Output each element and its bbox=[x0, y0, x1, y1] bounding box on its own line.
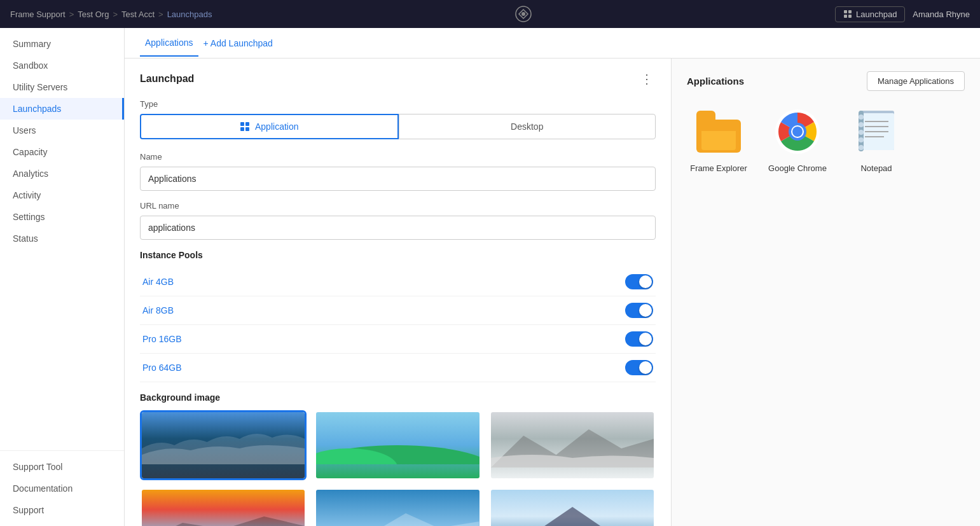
breadcrumb-test-acct[interactable]: Test Acct bbox=[121, 10, 155, 19]
svg-point-1 bbox=[521, 12, 525, 16]
pool-pro64gb-link[interactable]: Pro 64GB bbox=[142, 363, 181, 373]
launchpad-btn-label: Launchpad bbox=[856, 10, 897, 19]
type-selector: Application Desktop bbox=[140, 114, 656, 139]
name-input[interactable] bbox=[140, 167, 656, 191]
top-nav-right: Launchpad Amanda Rhyne bbox=[835, 6, 970, 22]
breadcrumb-frame-support[interactable]: Frame Support bbox=[10, 10, 66, 19]
app-notepad[interactable]: Notepad bbox=[845, 106, 908, 173]
sidebar-bottom: Support Tool Documentation Support bbox=[0, 450, 124, 521]
pool-row-air4gb: Air 4GB bbox=[140, 268, 656, 296]
svg-point-29 bbox=[859, 137, 864, 142]
svg-point-27 bbox=[859, 122, 864, 127]
add-launchpad-button[interactable]: + Add Launchpad bbox=[204, 38, 273, 48]
bg-image-2[interactable] bbox=[314, 410, 481, 480]
background-image-section: Background image bbox=[140, 392, 656, 526]
sidebar-item-settings[interactable]: Settings bbox=[0, 206, 124, 228]
top-nav-center bbox=[514, 5, 532, 23]
sidebar-item-analytics[interactable]: Analytics bbox=[0, 163, 124, 184]
sidebar-item-activity[interactable]: Activity bbox=[0, 184, 124, 206]
bg-image-1[interactable] bbox=[140, 410, 307, 480]
bg-image-6[interactable] bbox=[489, 488, 656, 526]
tab-applications[interactable]: Applications bbox=[140, 30, 198, 57]
right-panel: Applications Manage Applications bbox=[672, 59, 980, 526]
user-label: Amanda Rhyne bbox=[913, 10, 970, 19]
pool-pro16gb-toggle[interactable] bbox=[625, 331, 653, 347]
toggle-knob bbox=[639, 361, 652, 374]
instance-pools-title: Instance Pools bbox=[140, 250, 656, 260]
pool-air8gb-toggle[interactable] bbox=[625, 303, 653, 318]
chrome-icon bbox=[775, 109, 820, 154]
svg-rect-7 bbox=[245, 122, 249, 126]
sidebar-item-support[interactable]: Support bbox=[0, 499, 124, 521]
notepad-icon-wrap bbox=[851, 106, 902, 157]
pool-pro16gb-link[interactable]: Pro 16GB bbox=[142, 334, 181, 344]
apps-title: Applications bbox=[687, 76, 744, 87]
manage-applications-button[interactable]: Manage Applications bbox=[867, 71, 965, 91]
svg-point-30 bbox=[859, 145, 864, 150]
svg-point-28 bbox=[859, 130, 864, 135]
sidebar-item-utility-servers[interactable]: Utility Servers bbox=[0, 76, 124, 98]
right-panel-inner: Applications Manage Applications bbox=[672, 59, 980, 186]
launchpad-icon bbox=[843, 10, 852, 18]
left-panel-inner: Launchpad ⋮ Type bbox=[125, 59, 671, 526]
launchpad-title: Launchpad bbox=[140, 73, 194, 85]
panels: Launchpad ⋮ Type bbox=[125, 59, 980, 526]
bg-image-4[interactable] bbox=[140, 488, 307, 526]
apps-grid: Frame Explorer bbox=[687, 106, 965, 173]
tabs-bar: Applications + Add Launchpad bbox=[125, 28, 980, 59]
sidebar-item-documentation[interactable]: Documentation bbox=[0, 478, 124, 499]
svg-rect-21 bbox=[865, 121, 888, 122]
sidebar-item-capacity[interactable]: Capacity bbox=[0, 141, 124, 163]
sidebar-item-support-tool[interactable]: Support Tool bbox=[0, 456, 124, 478]
sidebar-item-summary[interactable]: Summary bbox=[0, 33, 124, 55]
pool-pro64gb-toggle[interactable] bbox=[625, 360, 653, 375]
url-name-label: URL name bbox=[140, 201, 656, 211]
svg-rect-8 bbox=[240, 127, 244, 131]
toggle-knob bbox=[639, 333, 652, 345]
pool-row-air8gb: Air 8GB bbox=[140, 296, 656, 325]
name-label: Name bbox=[140, 152, 656, 162]
sidebar-item-status[interactable]: Status bbox=[0, 228, 124, 249]
svg-rect-24 bbox=[865, 136, 884, 137]
pool-row-pro64gb: Pro 64GB bbox=[140, 354, 656, 382]
app-frame-explorer[interactable]: Frame Explorer bbox=[687, 106, 750, 173]
bg-images-grid bbox=[140, 410, 656, 526]
notepad-label: Notepad bbox=[860, 163, 892, 173]
misty-mountain-3 bbox=[491, 423, 654, 467]
chrome-icon-wrap bbox=[772, 106, 823, 157]
pool-air4gb-link[interactable]: Air 4GB bbox=[142, 277, 174, 287]
svg-rect-6 bbox=[240, 122, 244, 126]
type-field: Type Application bbox=[140, 99, 656, 139]
folder-icon bbox=[696, 111, 741, 153]
svg-rect-3 bbox=[848, 10, 852, 13]
folder-body-highlight bbox=[701, 131, 736, 150]
type-application-button[interactable]: Application bbox=[140, 114, 399, 139]
breadcrumb-test-org[interactable]: Test Org bbox=[78, 10, 109, 19]
svg-rect-23 bbox=[865, 131, 888, 132]
bg-image-3[interactable] bbox=[489, 410, 656, 480]
breadcrumb: Frame Support > Test Org > Test Acct > L… bbox=[10, 10, 212, 19]
name-field: Name bbox=[140, 152, 656, 191]
frame-explorer-label: Frame Explorer bbox=[690, 163, 747, 173]
svg-point-26 bbox=[859, 114, 864, 120]
sidebar-item-users[interactable]: Users bbox=[0, 120, 124, 141]
pool-air8gb-link[interactable]: Air 8GB bbox=[142, 305, 174, 315]
left-panel: Launchpad ⋮ Type bbox=[125, 59, 672, 526]
toggle-knob bbox=[639, 275, 652, 288]
url-name-input[interactable] bbox=[140, 216, 656, 240]
type-label: Type bbox=[140, 99, 656, 109]
bg-image-5[interactable] bbox=[314, 488, 481, 526]
svg-point-18 bbox=[792, 127, 803, 137]
launchpad-button[interactable]: Launchpad bbox=[835, 6, 905, 22]
sidebar-item-launchpads[interactable]: Launchpads bbox=[0, 98, 124, 120]
type-desktop-button[interactable]: Desktop bbox=[399, 114, 656, 139]
pool-air4gb-toggle[interactable] bbox=[625, 274, 653, 289]
sidebar-item-sandbox[interactable]: Sandbox bbox=[0, 55, 124, 76]
toggle-knob bbox=[639, 304, 652, 317]
more-options-button[interactable]: ⋮ bbox=[638, 71, 656, 87]
svg-rect-9 bbox=[245, 127, 249, 131]
chrome-label: Google Chrome bbox=[768, 163, 827, 173]
app-google-chrome[interactable]: Google Chrome bbox=[766, 106, 829, 173]
svg-rect-5 bbox=[848, 15, 852, 18]
sunrise-4 bbox=[142, 504, 305, 526]
